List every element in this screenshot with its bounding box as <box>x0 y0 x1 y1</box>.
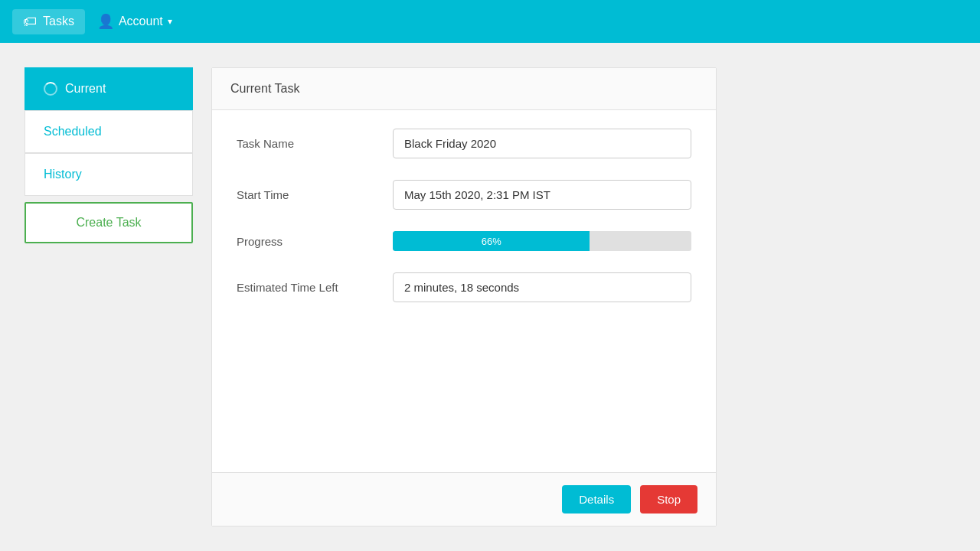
tag-icon: 🏷 <box>23 14 37 30</box>
user-icon: 👤 <box>97 13 114 30</box>
navbar: 🏷 Tasks 👤 Account ▾ <box>0 0 980 43</box>
create-task-button[interactable]: Create Task <box>24 202 193 243</box>
sidebar-item-current[interactable]: Current <box>24 67 193 110</box>
start-time-row: Start Time May 15th 2020, 2:31 PM IST <box>237 180 691 210</box>
task-panel-footer: Details Stop <box>212 472 716 526</box>
tasks-nav-button[interactable]: 🏷 Tasks <box>12 9 85 34</box>
account-nav-label: Account <box>119 15 163 28</box>
task-name-label: Task Name <box>237 137 374 150</box>
task-panel: Current Task Task Name Black Friday 2020… <box>211 67 717 527</box>
account-nav-button[interactable]: 👤 Account ▾ <box>97 13 172 30</box>
current-label: Current <box>65 82 106 96</box>
progress-bar-container: 66% <box>393 231 691 251</box>
history-label: History <box>44 168 82 181</box>
spinner-icon <box>44 82 57 96</box>
sidebar-item-scheduled[interactable]: Scheduled <box>24 110 193 153</box>
estimated-time-row: Estimated Time Left 2 minutes, 18 second… <box>237 272 691 302</box>
chevron-down-icon: ▾ <box>168 16 172 27</box>
sidebar: Current Scheduled History Create Task <box>24 67 193 527</box>
start-time-value: May 15th 2020, 2:31 PM IST <box>393 180 691 210</box>
progress-bar-fill: 66% <box>393 231 590 251</box>
task-name-row: Task Name Black Friday 2020 <box>237 129 691 158</box>
sidebar-item-history[interactable]: History <box>24 153 193 196</box>
scheduled-label: Scheduled <box>44 125 102 138</box>
start-time-label: Start Time <box>237 188 374 201</box>
stop-button[interactable]: Stop <box>640 485 697 514</box>
details-button[interactable]: Details <box>562 485 631 514</box>
tasks-nav-label: Tasks <box>43 15 74 28</box>
panel-title: Current Task <box>230 82 299 95</box>
task-panel-header: Current Task <box>212 68 716 110</box>
progress-row: Progress 66% <box>237 231 691 251</box>
estimated-time-value: 2 minutes, 18 seconds <box>393 272 691 302</box>
progress-label: Progress <box>237 235 374 248</box>
progress-percent-label: 66% <box>482 236 501 247</box>
main-content: Current Scheduled History Create Task Cu… <box>0 43 980 551</box>
task-panel-body: Task Name Black Friday 2020 Start Time M… <box>212 110 716 472</box>
estimated-time-label: Estimated Time Left <box>237 281 374 294</box>
task-name-value: Black Friday 2020 <box>393 129 691 158</box>
